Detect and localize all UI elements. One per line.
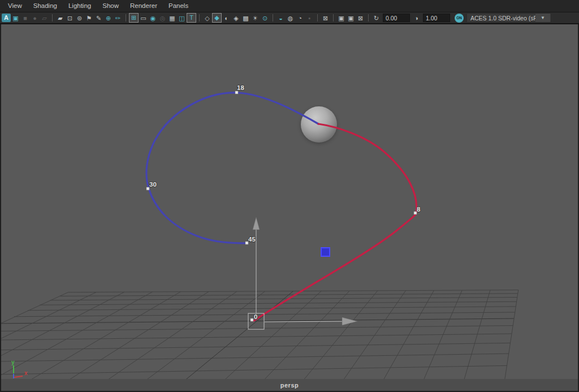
- menu-lighting[interactable]: Lighting: [63, 0, 97, 12]
- keyframe-label-30: 30: [149, 181, 157, 188]
- keyframe-label-0: 0: [254, 313, 257, 320]
- image-plane-icon[interactable]: ◫: [177, 14, 187, 23]
- buffer-front-icon[interactable]: ▣: [336, 14, 346, 23]
- colorspace-value: ACES 1.0 SDR-video (sRGB): [467, 15, 535, 21]
- gate-mask-icon[interactable]: ◎: [158, 14, 167, 23]
- select-camera-icon[interactable]: ▰: [55, 14, 65, 23]
- pen-tool-icon[interactable]: ✏: [113, 14, 123, 23]
- toolbar-separator: [333, 14, 334, 21]
- viewport-canvas[interactable]: 08183045yx persp: [1, 24, 578, 391]
- zoom-region-icon[interactable]: ⊕: [103, 14, 113, 23]
- toolbar-separator: [317, 14, 318, 21]
- film-gate-icon[interactable]: ▭: [139, 14, 148, 23]
- paint-select-icon[interactable]: ■: [20, 14, 30, 23]
- hud-text-icon[interactable]: T: [187, 13, 196, 23]
- export-buffer-icon[interactable]: ⊠: [356, 14, 365, 23]
- triad-label-y: y: [11, 359, 15, 365]
- default-light-icon[interactable]: ☀: [250, 14, 260, 23]
- wireframe-cube-icon[interactable]: ◇: [202, 14, 212, 23]
- ambient-occlusion-icon[interactable]: ◍: [286, 14, 295, 23]
- spot-light-icon[interactable]: ⊙: [260, 14, 270, 23]
- multisample-icon[interactable]: ▪: [305, 14, 314, 23]
- pencil-tool-icon[interactable]: ✎: [94, 14, 103, 23]
- triad-label-x: x: [24, 370, 28, 376]
- triad-x-axis: [14, 376, 23, 377]
- menu-shading[interactable]: Shading: [28, 0, 63, 12]
- camera-attributes-icon[interactable]: ⊚: [75, 14, 84, 23]
- gamma-icon[interactable]: ◑: [412, 14, 421, 23]
- up-vector-marker[interactable]: [321, 247, 330, 257]
- keyframe-label-45: 45: [248, 236, 256, 243]
- chevron-down-icon[interactable]: ▼: [535, 14, 550, 22]
- isolate-select-icon[interactable]: ⊠: [321, 14, 330, 23]
- toolbar-separator: [52, 14, 53, 21]
- gamma-field[interactable]: [423, 14, 450, 22]
- motion-blur-icon[interactable]: ◔: [295, 14, 305, 23]
- marquee-select-icon[interactable]: ▣: [11, 14, 20, 23]
- letter-a-icon[interactable]: A: [2, 14, 11, 22]
- keyframe-marker-0[interactable]: [250, 318, 253, 321]
- panel-icon-toolbar: A▣■●▱▰⊡⊚⚑✎⊕✏⊞▭◉◎▦◫T◇◆◐◈▩☀⊙◒◍◔▪⊠▣▣⊠↻ ◑ ON…: [0, 12, 579, 24]
- maya-viewport-panel: ViewShadingLightingShowRendererPanels A▣…: [0, 0, 579, 392]
- motion-path-in-curve[interactable]: [146, 93, 318, 243]
- camera-name-label: persp: [280, 382, 299, 389]
- menu-view[interactable]: View: [2, 0, 28, 12]
- toolbar-separator: [126, 14, 126, 21]
- keyframe-label-18: 18: [237, 84, 244, 91]
- menu-panels[interactable]: Panels: [163, 0, 194, 12]
- manipulator-x-arrowhead[interactable]: [342, 317, 357, 325]
- parallelogram-select-icon[interactable]: ▱: [40, 14, 49, 23]
- manipulator-x-axis[interactable]: [265, 321, 343, 322]
- shaded-cube-icon[interactable]: ◆: [212, 13, 222, 23]
- wireframe-on-shaded-icon[interactable]: ▩: [241, 14, 250, 23]
- keyframe-marker-18[interactable]: [235, 91, 238, 94]
- toolbar-separator: [273, 14, 273, 21]
- motion-path-out-curve[interactable]: [254, 124, 417, 321]
- material-sphere-icon[interactable]: ◐: [222, 14, 231, 23]
- exposure-icon[interactable]: ↻: [371, 14, 381, 23]
- keyframe-label-8: 8: [417, 206, 421, 213]
- manipulator-y-arrowhead[interactable]: [253, 217, 260, 230]
- lasso-select-icon[interactable]: ●: [30, 14, 40, 23]
- buffer-back-icon[interactable]: ▣: [346, 14, 356, 23]
- menu-renderer[interactable]: Renderer: [124, 0, 163, 12]
- colorspace-dropdown[interactable]: ACES 1.0 SDR-video (sRGB) ▼: [466, 13, 551, 23]
- color-management-toggle[interactable]: ON: [455, 14, 464, 23]
- panel-menu-bar: ViewShadingLightingShowRendererPanels: [0, 0, 579, 12]
- resolution-gate-icon[interactable]: ◉: [148, 14, 158, 23]
- exposure-field[interactable]: [383, 14, 410, 22]
- lock-camera-icon[interactable]: ⊡: [65, 14, 75, 23]
- toolbar-icon-groups: A▣■●▱▰⊡⊚⚑✎⊕✏⊞▭◉◎▦◫T◇◆◐◈▩☀⊙◒◍◔▪⊠▣▣⊠↻: [2, 13, 381, 23]
- field-chart-icon[interactable]: ▦: [167, 14, 177, 23]
- shadows-icon[interactable]: ◒: [276, 14, 286, 23]
- toolbar-separator: [199, 14, 200, 21]
- camera-label-bar: persp: [1, 379, 578, 391]
- toolbar-separator: [368, 14, 369, 21]
- bookmark-icon[interactable]: ⚑: [84, 14, 94, 23]
- menu-show[interactable]: Show: [97, 0, 124, 12]
- grid-toggle-icon[interactable]: ⊞: [129, 13, 139, 23]
- scene-overlay: 08183045yx: [1, 24, 578, 391]
- textured-cube-icon[interactable]: ◈: [231, 14, 241, 23]
